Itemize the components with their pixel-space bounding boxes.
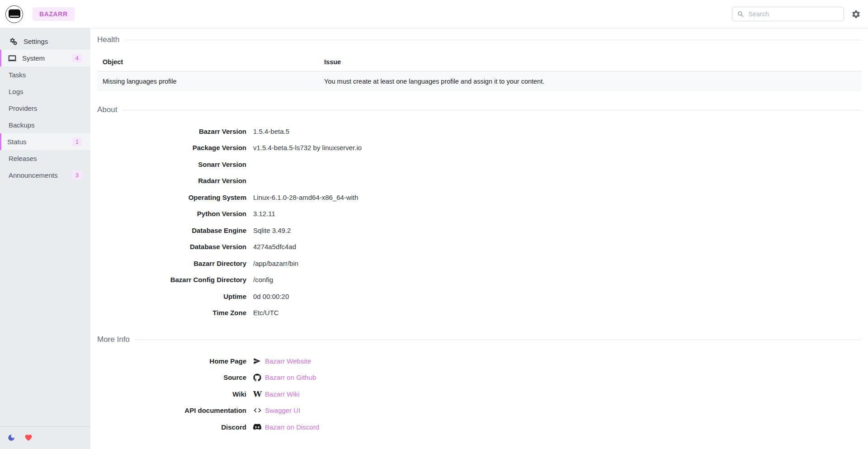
- sidebar-item-label: Backups: [9, 121, 35, 129]
- top-bar: BAZARR: [0, 0, 868, 28]
- more-info-row: Source Bazarr on Github: [97, 369, 861, 386]
- about-section: About Bazarr Version1.5.4-beta.5 Package…: [97, 103, 861, 321]
- health-col-issue: Issue: [319, 53, 861, 71]
- paper-plane-icon: [253, 357, 265, 365]
- discord-icon: [253, 423, 265, 431]
- home-page-link[interactable]: Bazarr Website: [265, 357, 311, 365]
- laptop-icon: [7, 54, 17, 63]
- about-row: Python Version3.12.11: [97, 206, 861, 222]
- about-label: Bazarr Directory: [97, 260, 246, 267]
- about-label: Database Version: [97, 243, 246, 250]
- more-info-row: Discord Bazarr on Discord: [97, 419, 861, 435]
- about-value: v1.5.4-beta.5-ls732 by linuxserver.io: [253, 144, 362, 151]
- discord-link[interactable]: Bazarr on Discord: [265, 423, 319, 431]
- sidebar-item-label: Logs: [9, 88, 24, 95]
- about-value: 0d 00:00:20: [253, 293, 289, 300]
- about-label: Operating System: [97, 194, 246, 201]
- system-count-badge: 4: [72, 54, 82, 62]
- heart-icon: [24, 434, 33, 442]
- about-row: Radarr Version: [97, 173, 861, 189]
- donate-heart-button[interactable]: [24, 434, 33, 442]
- about-label: Time Zone: [97, 309, 246, 317]
- source-link[interactable]: Bazarr on Github: [265, 373, 316, 381]
- about-row: Bazarr Directory/app/bazarr/bin: [97, 255, 861, 272]
- health-object-cell: Missing languages profile: [97, 71, 319, 92]
- health-table-row: Missing languages profile You must creat…: [97, 71, 861, 92]
- sidebar-footer: [0, 426, 90, 449]
- about-row: Time ZoneEtc/UTC: [97, 305, 861, 321]
- sidebar-item-status[interactable]: Status 1: [0, 133, 90, 150]
- about-row: Bazarr Config Directory/config: [97, 272, 861, 288]
- more-info-row: API documentation Swagger UI: [97, 402, 861, 419]
- health-issue-cell: You must create at least one languages p…: [319, 71, 861, 92]
- about-row: Package Versionv1.5.4-beta.5-ls732 by li…: [97, 140, 861, 156]
- main-content: Health Object Issue Missing languages pr…: [90, 28, 868, 449]
- about-label: Bazarr Version: [97, 128, 246, 135]
- about-row: Database EngineSqlite 3.49.2: [97, 222, 861, 239]
- search-input[interactable]: [748, 10, 839, 18]
- search-icon: [737, 10, 745, 18]
- announcements-count-badge: 3: [72, 171, 82, 180]
- about-row: Operating SystemLinux-6.1.0-28-amd64-x86…: [97, 189, 861, 206]
- about-row: Sonarr Version: [97, 156, 861, 173]
- sidebar-item-label: System: [22, 54, 45, 62]
- sidebar-item-logs[interactable]: Logs: [0, 83, 90, 100]
- search-box[interactable]: [732, 7, 844, 21]
- bazarr-logo-screen: [9, 9, 20, 18]
- sidebar-item-label: Status: [7, 138, 27, 146]
- about-value: Sqlite 3.49.2: [253, 227, 291, 234]
- about-label: Sonarr Version: [97, 161, 246, 168]
- about-row: Uptime0d 00:00:20: [97, 288, 861, 305]
- about-value: 3.12.11: [253, 210, 275, 217]
- health-title: Health: [97, 35, 119, 44]
- about-value: 4274a5dfc4ad: [253, 243, 296, 250]
- sidebar-item-backups[interactable]: Backups: [0, 117, 90, 133]
- about-value: Etc/UTC: [253, 309, 279, 317]
- sidebar-item-settings[interactable]: Settings: [0, 33, 90, 50]
- about-value: Linux-6.1.0-28-amd64-x86_64-with: [253, 194, 359, 201]
- about-value: /app/bazarr/bin: [253, 260, 298, 267]
- about-label: Radarr Version: [97, 177, 246, 184]
- sidebar-item-label: Settings: [24, 38, 48, 45]
- sidebar-item-providers[interactable]: Providers: [0, 100, 90, 117]
- about-row: Database Version4274a5dfc4ad: [97, 239, 861, 255]
- sidebar-item-system[interactable]: System 4: [0, 50, 90, 66]
- moon-icon: [7, 434, 15, 442]
- sidebar-item-releases[interactable]: Releases: [0, 150, 90, 167]
- health-col-object: Object: [97, 53, 319, 71]
- gear-icon: [851, 9, 861, 19]
- wiki-link[interactable]: Bazarr Wiki: [265, 390, 300, 398]
- sidebar-item-label: Announcements: [9, 171, 57, 179]
- more-info-label: Discord: [97, 423, 246, 431]
- bazarr-logo[interactable]: [5, 5, 23, 23]
- settings-gear-button[interactable]: [851, 9, 861, 19]
- more-info-section: More Info Home Page Bazarr Website Sourc…: [97, 333, 861, 435]
- more-info-row: Wiki W Bazarr Wiki: [97, 386, 861, 402]
- about-title: About: [97, 105, 117, 114]
- more-info-label: Home Page: [97, 357, 246, 365]
- about-row: Bazarr Version1.5.4-beta.5: [97, 123, 861, 140]
- about-label: Bazarr Config Directory: [97, 276, 246, 284]
- brand-badge: BAZARR: [33, 7, 75, 21]
- github-icon: [253, 373, 265, 382]
- sidebar-item-label: Providers: [9, 104, 37, 112]
- about-value: 1.5.4-beta.5: [253, 128, 289, 135]
- status-count-badge: 1: [72, 137, 82, 146]
- sidebar-item-announcements[interactable]: Announcements 3: [0, 167, 90, 184]
- sidebar-item-label: Tasks: [9, 71, 26, 79]
- more-info-label: Wiki: [97, 390, 246, 398]
- about-label: Package Version: [97, 144, 246, 151]
- more-info-title: More Info: [97, 335, 130, 344]
- sidebar-item-label: Releases: [9, 155, 37, 162]
- gears-icon: [9, 38, 19, 46]
- section-divider: [135, 340, 861, 340]
- more-info-row: Home Page Bazarr Website: [97, 353, 861, 369]
- sidebar-item-tasks[interactable]: Tasks: [0, 66, 90, 83]
- more-info-label: Source: [97, 373, 246, 381]
- api-docs-link[interactable]: Swagger UI: [265, 406, 300, 414]
- section-divider: [123, 110, 861, 110]
- about-label: Uptime: [97, 293, 246, 300]
- dark-mode-toggle[interactable]: [7, 434, 15, 442]
- about-value: /config: [253, 276, 273, 284]
- health-section: Health Object Issue Missing languages pr…: [97, 33, 861, 91]
